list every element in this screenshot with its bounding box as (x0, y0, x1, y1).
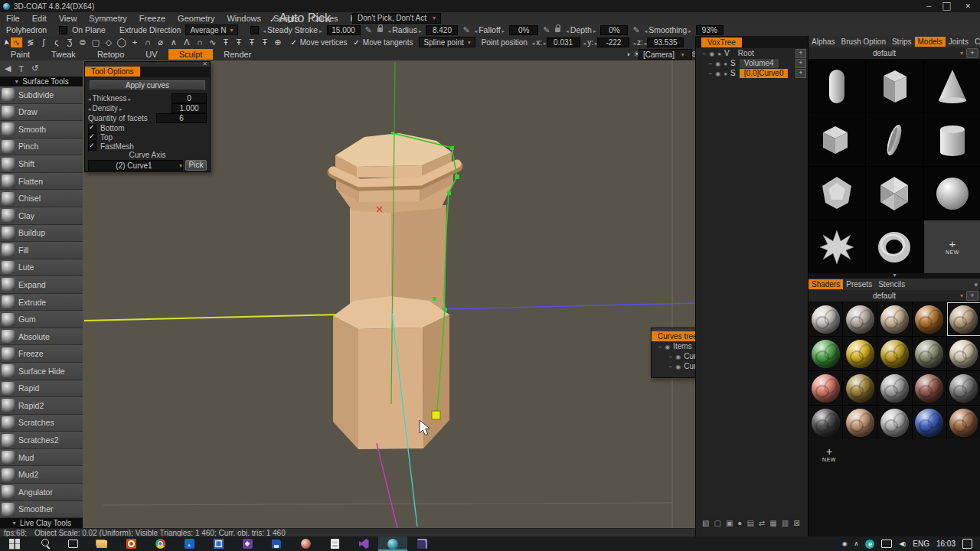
sidebar-tool[interactable]: Expand (0, 276, 83, 293)
sidebar-tool[interactable]: Extrude (0, 294, 83, 311)
add-icon[interactable]: + (795, 59, 806, 68)
collapse-icon[interactable] (658, 342, 665, 350)
stroke-mode-icon[interactable]: Ʒ (63, 37, 76, 47)
collapse-icon[interactable] (702, 49, 709, 57)
stroke-mode-icon[interactable]: ◇ (102, 37, 115, 47)
lock-icon[interactable] (377, 28, 383, 32)
menu-item[interactable]: Symmetry (83, 14, 133, 23)
add-icon[interactable]: + (795, 69, 806, 78)
steady-stroke-checkbox[interactable] (250, 26, 259, 34)
action-center-icon[interactable] (962, 539, 972, 549)
sidebar-tool[interactable]: Gum (0, 311, 83, 328)
point-z-value[interactable]: 93.535 (647, 37, 684, 47)
sidebar-tool[interactable]: Mud2 (0, 466, 83, 483)
steady-stroke-value[interactable]: 15.000 (327, 25, 361, 35)
stroke-mode-icon[interactable]: Ŧ (245, 37, 258, 47)
taskbar-icon[interactable] (175, 536, 204, 551)
sidebar-tool[interactable]: Surface Hide (0, 363, 83, 380)
chevron-up-icon[interactable]: ∧ (854, 540, 859, 547)
view-icon[interactable]: ◑ (626, 50, 630, 59)
pen-pressure-icon[interactable]: ✎ (365, 25, 372, 35)
menu-item[interactable]: Edit (26, 14, 53, 23)
voxtree-action-icon[interactable]: ⇄ (759, 519, 765, 527)
language-indicator[interactable]: ENG (913, 540, 929, 548)
stroke-mode-icon[interactable]: ∿ (206, 37, 219, 47)
taskbar-icon[interactable] (87, 536, 116, 551)
model-thumb-cube[interactable] (808, 113, 865, 166)
voxtree-action-icon[interactable]: ▦ (769, 519, 776, 527)
stroke-mode-icon[interactable]: Λ (180, 37, 193, 47)
sidebar-tool[interactable]: Buildup (0, 225, 83, 242)
shader-swatch[interactable] (947, 302, 980, 336)
shader-swatch[interactable] (947, 406, 980, 439)
model-thumb-cone[interactable] (924, 60, 980, 112)
taskbar-icon[interactable] (407, 536, 436, 551)
stroke-mode-icon[interactable]: ▢ (89, 37, 102, 47)
thickness-value[interactable]: 0 (172, 93, 207, 103)
voxtree-row[interactable]: V Root + (696, 48, 808, 58)
visibility-eye-icon[interactable] (709, 49, 717, 57)
stroke-mode-icon[interactable]: Ŧ (258, 37, 271, 47)
sidebar-tool[interactable]: Mud (0, 449, 83, 466)
add-preset-button[interactable]: + (966, 48, 978, 58)
taskbar-icon[interactable] (29, 536, 58, 551)
collapse-icon[interactable] (708, 59, 715, 67)
model-thumb-spiky-ball[interactable] (808, 220, 865, 273)
room-tab[interactable]: Paint (0, 49, 41, 60)
stroke-mode-icon[interactable]: ∩ (193, 37, 206, 47)
voxtree-row[interactable]: S Volume4 + (696, 58, 808, 68)
stroke-mode-icon[interactable]: ʃ (37, 37, 50, 47)
voxtree-action-icon[interactable]: ▤ (746, 519, 753, 527)
stroke-mode-icon[interactable]: ◯ (115, 37, 128, 47)
menu-item[interactable]: Windows (220, 14, 267, 23)
model-thumb-box[interactable] (866, 60, 923, 112)
move-vertices-checkbox[interactable]: Move vertices (290, 38, 347, 47)
curve-stroke-mode-icon-active[interactable]: ∿ (11, 37, 22, 47)
panel-tab[interactable]: Presets (843, 279, 875, 289)
shader-swatch[interactable] (808, 337, 842, 370)
camera-dropdown[interactable]: [Camera]▾ (639, 49, 692, 60)
room-tab[interactable]: Tweak (41, 49, 87, 60)
menu-item[interactable]: Freeze (133, 14, 172, 23)
pen-pressure-icon[interactable]: ✎ (543, 25, 550, 35)
panel-tab[interactable]: Shaders (808, 279, 843, 289)
shader-swatch[interactable] (947, 371, 980, 405)
model-thumb-cylinder[interactable] (924, 113, 980, 166)
shader-swatch[interactable] (913, 371, 946, 405)
shader-swatch[interactable] (947, 337, 980, 370)
add-model-button[interactable]: + NEW (924, 220, 980, 273)
people-icon[interactable]: ◉ (842, 540, 848, 547)
visibility-eye-icon[interactable] (715, 69, 724, 77)
live-clay-tools-header[interactable]: ▼ Live Clay Tools (0, 518, 83, 528)
collapse-icon[interactable] (668, 362, 675, 370)
sidebar-tool[interactable]: Angulator (0, 484, 83, 500)
taskbar-icon[interactable] (0, 536, 29, 551)
on-plane-checkbox[interactable] (59, 26, 67, 34)
room-tab[interactable]: Sculpt (168, 49, 214, 60)
panel-drag-strip[interactable]: ✕ (85, 62, 210, 67)
curve-axis-dropdown[interactable]: (2) Curve1▾ (88, 160, 183, 171)
sidebar-tool[interactable]: Lute (0, 259, 83, 276)
close-button[interactable]: ✕ (965, 2, 971, 10)
shader-swatch[interactable] (843, 406, 877, 439)
pick-button[interactable]: Pick (185, 160, 207, 171)
shader-swatch[interactable] (877, 302, 911, 336)
stroke-mode-icon[interactable]: + (128, 37, 141, 47)
sidebar-quick-icon[interactable]: T (18, 64, 24, 73)
model-thumb-sphere[interactable] (924, 167, 980, 220)
panel-tab[interactable]: Brush Option (838, 37, 889, 47)
sidebar-tool[interactable]: Freeze (0, 345, 83, 362)
voxtree-action-icon[interactable]: ● (737, 519, 742, 527)
panel-tab[interactable]: Alphas (808, 37, 838, 47)
stroke-mode-icon[interactable]: ∧ (167, 37, 180, 47)
collapse-icon[interactable] (708, 69, 715, 77)
tool-options-tab[interactable]: Tool Options (85, 67, 140, 77)
taskbar-icon[interactable] (233, 536, 262, 551)
sidebar-tool[interactable]: Smooth (0, 121, 83, 138)
close-icon[interactable]: ✕ (202, 60, 207, 67)
point-x-value[interactable]: 0.031 (547, 37, 580, 47)
taskbar-icon[interactable] (204, 536, 233, 551)
visibility-eye-icon[interactable] (715, 59, 724, 67)
voxtree-tab[interactable]: VoxTree (701, 37, 742, 47)
shader-swatch[interactable] (808, 406, 842, 439)
